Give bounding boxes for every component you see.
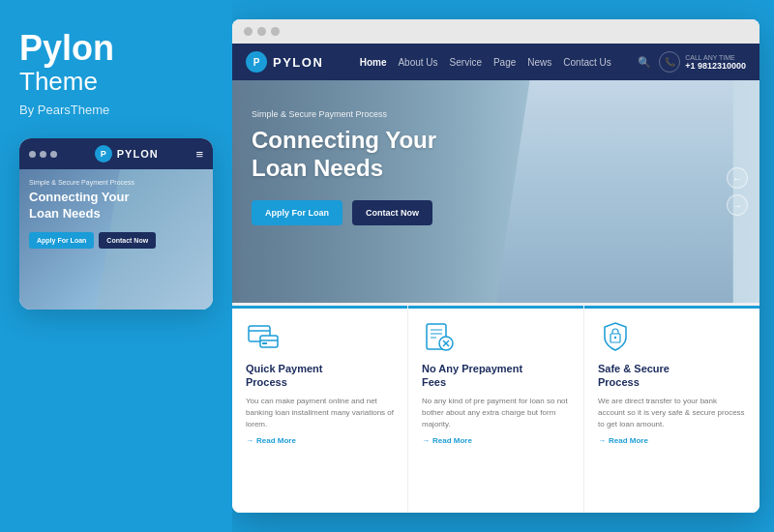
mobile-hero-title: Connecting Your Loan Needs <box>29 190 135 222</box>
hero-next-arrow[interactable]: → <box>727 194 748 216</box>
desktop-dot-1 <box>244 27 253 36</box>
apply-loan-button[interactable]: Apply For Loan <box>252 200 342 225</box>
contact-now-button[interactable]: Contact Now <box>352 200 432 225</box>
desktop-nav: P PYLON Home About Us Service Page News … <box>232 44 759 80</box>
card-icon-2 <box>422 319 457 354</box>
card-1-link[interactable]: → Read More <box>246 436 394 445</box>
card-1-title: Quick PaymentProcess <box>246 362 394 390</box>
nav-links: Home About Us Service Page News Contact … <box>344 57 626 68</box>
nav-link-contact[interactable]: Contact Us <box>563 57 610 68</box>
svg-rect-2 <box>260 336 278 347</box>
mobile-logo: P PYLON <box>95 145 159 163</box>
card-top-border-3 <box>584 306 759 309</box>
card-quick-payment: Quick PaymentProcess You can make paymen… <box>232 306 408 513</box>
hero-title: Connecting YourLoan Needs <box>252 127 522 183</box>
mobile-logo-icon: P <box>95 145 112 163</box>
mobile-top-bar: P PYLON ≡ <box>19 138 213 169</box>
card-no-prepayment: No Any PrepaymentFees No any kind of pre… <box>408 306 584 513</box>
hero-prev-arrow[interactable]: ← <box>727 167 748 189</box>
card-icon-1 <box>246 319 281 354</box>
card-2-link[interactable]: → Read More <box>422 436 570 445</box>
card-icon-3 <box>598 319 633 354</box>
phone-icon: 📞 <box>659 51 680 73</box>
mobile-contact-button[interactable]: Contact Now <box>99 232 156 249</box>
left-panel: Pylon Theme By PearsTheme P PYLON ≡ Simp… <box>0 0 232 532</box>
mobile-dot-3 <box>50 151 57 158</box>
nav-link-page[interactable]: Page <box>493 57 516 68</box>
hero-content: Simple & Secure Payment Process Connecti… <box>232 80 759 254</box>
brand-by: By PearsTheme <box>19 103 213 117</box>
mobile-dot-1 <box>29 151 36 158</box>
desktop-hero: Simple & Secure Payment Process Connecti… <box>232 80 759 303</box>
mobile-window-dots <box>29 151 57 158</box>
card-safe-secure: Safe & SecureProcess We are direct trans… <box>584 306 759 513</box>
hero-navigation: ← → <box>727 167 748 216</box>
card-top-border-2 <box>408 306 583 309</box>
svg-point-13 <box>614 337 616 339</box>
mobile-hero: Simple & Secure Payment Process Connecti… <box>19 169 213 310</box>
card-3-title: Safe & SecureProcess <box>598 362 746 390</box>
nav-logo: P PYLON <box>246 51 323 73</box>
card-top-border-1 <box>232 306 407 309</box>
brand-title: Pylon <box>19 29 213 68</box>
nav-link-about[interactable]: About Us <box>398 57 437 68</box>
desktop-dot-3 <box>271 27 280 36</box>
nav-phone-box: 📞 CALL ANY TIME +1 9812310000 <box>659 51 746 73</box>
hero-label: Simple & Secure Payment Process <box>252 109 740 119</box>
brand-name: Pylon Theme <box>19 29 213 95</box>
card-3-text: We are direct transfer to your bank acco… <box>598 396 746 430</box>
brand-subtitle: Theme <box>19 68 213 96</box>
mobile-cta-buttons: Apply For Loan Contact Now <box>29 232 203 249</box>
mobile-apply-button[interactable]: Apply For Loan <box>29 232 94 249</box>
nav-phone-text: CALL ANY TIME +1 9812310000 <box>685 54 746 71</box>
desktop-mockup: P PYLON Home About Us Service Page News … <box>232 19 759 513</box>
mobile-dot-2 <box>40 151 46 158</box>
svg-rect-4 <box>262 342 267 344</box>
card-2-text: No any kind of pre payment for loan so n… <box>422 396 570 430</box>
nav-link-home[interactable]: Home <box>360 57 387 68</box>
nav-link-service[interactable]: Service <box>450 57 482 68</box>
card-3-link[interactable]: → Read More <box>598 436 746 445</box>
desktop-top-bar <box>232 19 759 44</box>
search-icon[interactable]: 🔍 <box>638 56 651 69</box>
desktop-dot-2 <box>257 27 266 36</box>
mobile-mockup: P PYLON ≡ Simple & Secure Payment Proces… <box>19 138 213 310</box>
nav-logo-text: PYLON <box>273 55 323 70</box>
nav-right: 🔍 📞 CALL ANY TIME +1 9812310000 <box>638 51 746 73</box>
phone-number: +1 9812310000 <box>685 61 746 71</box>
cards-section: Quick PaymentProcess You can make paymen… <box>232 303 759 513</box>
card-2-title: No Any PrepaymentFees <box>422 362 570 390</box>
desktop-window-dots <box>244 27 280 36</box>
hero-buttons: Apply For Loan Contact Now <box>252 200 740 225</box>
mobile-hero-label: Simple & Secure Payment Process <box>29 179 203 186</box>
nav-link-news[interactable]: News <box>527 57 551 68</box>
card-1-text: You can make payment online and net bank… <box>246 396 394 430</box>
mobile-logo-text: PYLON <box>117 148 159 160</box>
nav-logo-icon: P <box>246 51 267 73</box>
hamburger-icon[interactable]: ≡ <box>195 147 203 162</box>
phone-label: CALL ANY TIME <box>685 54 746 61</box>
